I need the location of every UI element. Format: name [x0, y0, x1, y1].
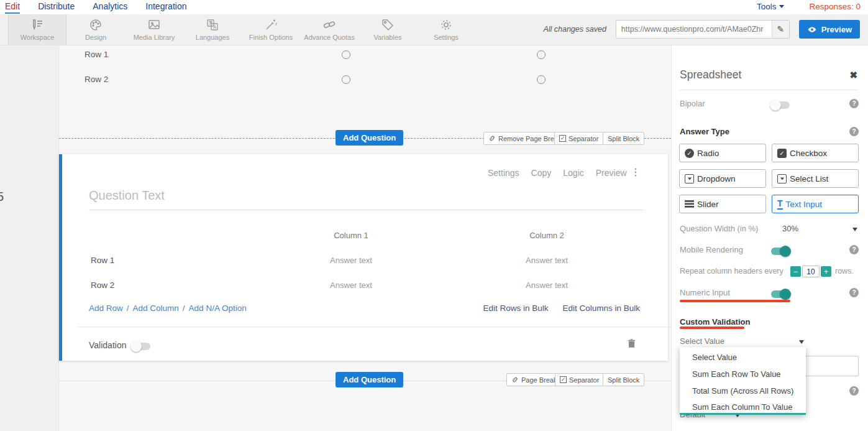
page-break-button[interactable]: Page Break	[506, 373, 562, 386]
add-na-option-link[interactable]: Add N/A Option	[189, 304, 247, 313]
row-label[interactable]: Row 2	[91, 280, 114, 290]
answer-type-select-list[interactable]: Select List	[772, 169, 859, 188]
separator-checkbox-icon: ✓	[559, 135, 566, 142]
link-separator: /	[127, 304, 129, 313]
remove-page-break-label: Remove Page Break	[498, 135, 562, 142]
toolbar-item-media-library[interactable]: Media Library	[125, 14, 183, 45]
nav-tab-integration[interactable]: Integration	[145, 1, 186, 14]
increment-button[interactable]: +	[821, 266, 831, 277]
chevron-down-icon[interactable]	[852, 228, 857, 231]
help-icon[interactable]: ?	[849, 127, 859, 136]
validation-select[interactable]: Select Value	[680, 336, 724, 346]
page-break-label: Page Break	[521, 376, 557, 384]
toolbar-item-label: Advance Quotas	[304, 34, 354, 41]
answer-type-option-label: Slider	[697, 200, 719, 209]
toolbar-item-design[interactable]: Design	[66, 14, 125, 45]
answer-type-checkbox[interactable]: ✓ Checkbox	[772, 144, 859, 162]
split-block-button-top[interactable]: Split Block	[603, 132, 644, 145]
question-width-value[interactable]: 30%	[782, 224, 798, 233]
mobile-rendering-toggle[interactable]	[771, 248, 790, 255]
dropdown-option[interactable]: Total Sum (Across All Rows)	[692, 386, 793, 396]
answer-type-slider[interactable]: Slider	[679, 195, 766, 213]
delete-question-icon[interactable]	[628, 338, 636, 351]
toolbar-item-languages[interactable]: A Languages	[183, 14, 242, 45]
question-width-label: Question Width (in %)	[680, 224, 758, 233]
toolbar-item-workspace[interactable]: Workspace	[8, 14, 66, 45]
nav-tab-distribute[interactable]: Distribute	[38, 1, 75, 14]
prev-question-row-label: Row 1	[85, 50, 108, 59]
help-icon[interactable]: ?	[849, 99, 859, 108]
slider-icon	[685, 200, 694, 208]
question-logic-link[interactable]: Logic	[563, 168, 583, 178]
question-text-input[interactable]: Question Text	[89, 188, 165, 203]
toolbar-item-label: Design	[85, 34, 106, 41]
tools-menu[interactable]: Tools	[757, 2, 785, 11]
toolbar-item-advance-quotas[interactable]: Advance Quotas	[300, 14, 359, 45]
toolbar-item-finish-options[interactable]: Finish Options	[242, 14, 300, 45]
text-input-icon: T	[777, 199, 783, 210]
nav-tab-edit[interactable]: Edit	[5, 1, 20, 14]
toolbar-item-settings[interactable]: Settings	[417, 14, 475, 45]
decrement-button[interactable]: −	[790, 266, 801, 277]
add-column-link[interactable]: Add Column	[133, 304, 179, 313]
questionpro-editor: Edit Distribute Analytics Integration To…	[0, 0, 868, 431]
custom-validation-label: Custom Validation	[680, 317, 750, 327]
edit-rows-in-bulk-link[interactable]: Edit Rows in Bulk	[483, 304, 548, 313]
column-header[interactable]: Column 2	[503, 231, 590, 240]
repeat-rows-input[interactable]	[802, 266, 820, 277]
card-divider	[78, 327, 671, 327]
radio-option[interactable]	[342, 75, 350, 84]
red-underline-annotation	[680, 300, 790, 302]
dropdown-option[interactable]: Select Value	[692, 353, 737, 362]
add-question-button-top[interactable]: Add Question	[336, 130, 403, 146]
validation-dropdown-menu: Select Value Sum Each Row To Value Total…	[680, 347, 806, 415]
responses-count[interactable]: Responses: 0	[809, 2, 861, 11]
answer-cell[interactable]: Answer text	[503, 256, 590, 265]
dropdown-option[interactable]: Sum Each Column To Value	[692, 402, 792, 412]
answer-cell[interactable]: Answer text	[503, 280, 590, 290]
help-icon[interactable]: ?	[849, 288, 859, 297]
close-icon[interactable]: ✖	[849, 70, 857, 81]
split-block-label: Split Block	[608, 135, 639, 142]
numeric-input-toggle[interactable]	[771, 290, 790, 298]
preview-button[interactable]: Preview	[799, 20, 860, 39]
answer-type-label: Answer Type	[680, 127, 729, 136]
row-label[interactable]: Row 1	[91, 256, 114, 265]
toolbar-item-label: Variables	[373, 34, 401, 41]
question-copy-link[interactable]: Copy	[531, 168, 552, 178]
column-header[interactable]: Column 1	[308, 231, 395, 240]
separator-button-bottom[interactable]: ✓ Separator	[555, 373, 604, 386]
left-rail	[0, 45, 59, 431]
split-block-button-bottom[interactable]: Split Block	[603, 373, 644, 386]
finish-options-icon	[264, 18, 278, 32]
kebab-menu-icon[interactable]: ⋮	[631, 166, 641, 178]
question-preview-link[interactable]: Preview	[596, 168, 627, 178]
help-icon[interactable]: ?	[849, 386, 859, 396]
separator-button-top[interactable]: ✓ Separator	[554, 132, 603, 145]
toolbar-item-variables[interactable]: Variables	[359, 14, 417, 45]
answer-type-radio[interactable]: ✓ Radio	[679, 144, 766, 162]
dropdown-option[interactable]: Sum Each Row To Value	[692, 369, 781, 379]
chevron-down-icon[interactable]	[799, 340, 804, 344]
edit-columns-in-bulk-link[interactable]: Edit Columns in Bulk	[562, 304, 640, 313]
add-row-link[interactable]: Add Row	[89, 304, 123, 313]
help-icon[interactable]: ?	[849, 245, 859, 254]
answer-type-dropdown[interactable]: Dropdown	[679, 169, 766, 188]
answer-cell[interactable]: Answer text	[308, 256, 395, 265]
add-question-button-bottom[interactable]: Add Question	[336, 372, 403, 387]
edit-url-icon[interactable]: ✎	[772, 21, 789, 38]
radio-option[interactable]	[342, 50, 350, 59]
question-settings-link[interactable]: Settings	[488, 168, 519, 178]
media-library-icon	[147, 18, 161, 32]
answer-cell[interactable]: Answer text	[308, 280, 395, 290]
bipolar-toggle[interactable]	[771, 101, 790, 109]
nav-tab-analytics[interactable]: Analytics	[93, 1, 127, 14]
page-break-icon	[488, 135, 496, 142]
survey-url-input[interactable]	[616, 25, 772, 34]
radio-option[interactable]	[537, 50, 546, 59]
validation-toggle[interactable]	[132, 343, 150, 350]
tools-label: Tools	[757, 2, 777, 11]
answer-type-text-input[interactable]: T Text Input	[772, 195, 859, 213]
radio-option[interactable]	[537, 75, 546, 84]
languages-icon: A	[206, 18, 219, 32]
